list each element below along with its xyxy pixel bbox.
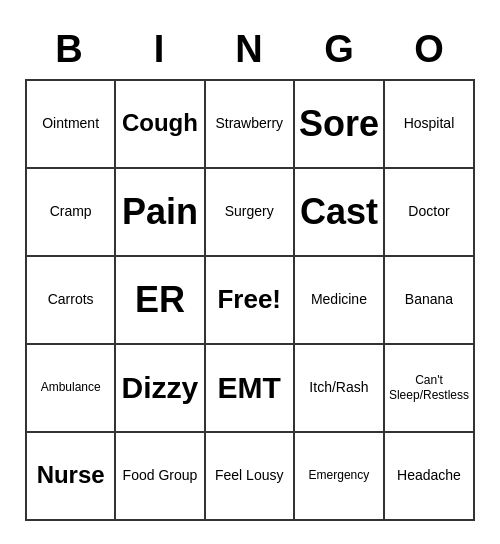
bingo-cell: ER — [116, 257, 205, 345]
bingo-cell: Food Group — [116, 433, 205, 521]
bingo-cell: Sore — [295, 81, 385, 169]
bingo-cell: Surgery — [206, 169, 295, 257]
header-letter: O — [385, 24, 475, 79]
bingo-cell: Cramp — [27, 169, 116, 257]
bingo-cell: Carrots — [27, 257, 116, 345]
bingo-cell: Hospital — [385, 81, 475, 169]
bingo-cell: Doctor — [385, 169, 475, 257]
bingo-cell: Itch/Rash — [295, 345, 385, 433]
bingo-cell: Ambulance — [27, 345, 116, 433]
bingo-cell: Dizzy — [116, 345, 205, 433]
bingo-cell: Headache — [385, 433, 475, 521]
bingo-cell: Cast — [295, 169, 385, 257]
bingo-cell: Cough — [116, 81, 205, 169]
bingo-cell: Banana — [385, 257, 475, 345]
bingo-cell: Strawberry — [206, 81, 295, 169]
header-letter: I — [115, 24, 205, 79]
bingo-cell: Ointment — [27, 81, 116, 169]
bingo-grid: OintmentCoughStrawberrySoreHospitalCramp… — [25, 79, 475, 521]
bingo-cell: Pain — [116, 169, 205, 257]
header-letter: G — [295, 24, 385, 79]
bingo-cell: Can't Sleep/Restless — [385, 345, 475, 433]
bingo-cell: Emergency — [295, 433, 385, 521]
header-letter: N — [205, 24, 295, 79]
bingo-cell: Medicine — [295, 257, 385, 345]
bingo-cell: Nurse — [27, 433, 116, 521]
bingo-header: BINGO — [25, 24, 475, 79]
bingo-cell: Feel Lousy — [206, 433, 295, 521]
bingo-card: BINGO OintmentCoughStrawberrySoreHospita… — [15, 14, 485, 531]
header-letter: B — [25, 24, 115, 79]
bingo-cell: EMT — [206, 345, 295, 433]
bingo-cell: Free! — [206, 257, 295, 345]
